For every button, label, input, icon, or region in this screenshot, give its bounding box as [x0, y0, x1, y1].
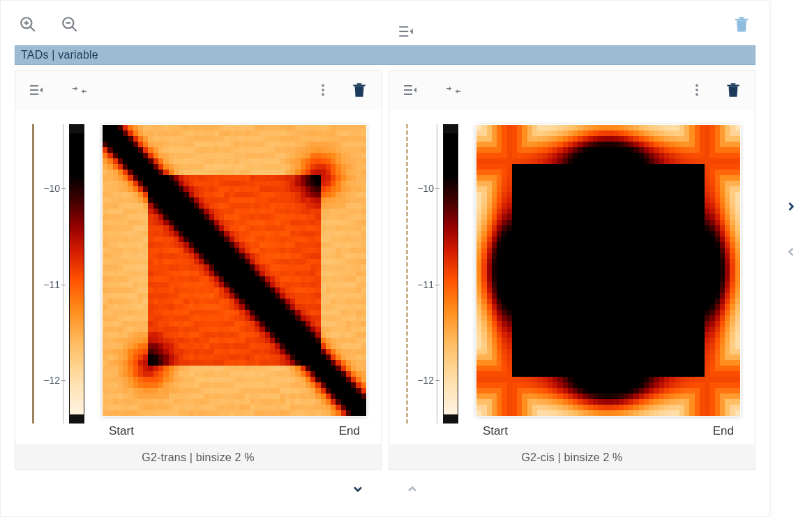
x-label-start: Start	[109, 424, 134, 438]
panel-left-footer-label: G2-trans | binsize 2 %	[142, 451, 255, 464]
panel-left-chart: −10 −11 −12	[15, 110, 381, 444]
panel-left-toolbar	[15, 71, 381, 110]
trash-icon	[732, 15, 751, 36]
chevron-left-icon	[784, 250, 798, 261]
y-tick-label: −10	[417, 183, 434, 194]
chevron-down-icon	[351, 488, 365, 498]
trash-icon	[724, 81, 742, 101]
panel-right-more-button[interactable]	[688, 81, 706, 101]
panel-left-divider	[29, 124, 36, 444]
side-prev-button[interactable]	[780, 241, 802, 265]
scroll-down-button[interactable]	[348, 479, 368, 501]
panel-right-toolbar	[389, 71, 755, 110]
chevron-up-icon	[405, 488, 419, 498]
side-next-button[interactable]	[780, 195, 802, 220]
panel-left-x-axis: Start End	[102, 417, 367, 444]
panel-right-x-axis: Start End	[476, 417, 741, 444]
side-rail	[770, 0, 812, 517]
svg-line-1	[30, 27, 35, 31]
panel-left-y-axis: −10 −11 −12	[36, 124, 64, 444]
x-label-end: End	[713, 424, 734, 438]
trash-icon	[350, 81, 368, 101]
y-tick-label: −10	[43, 183, 60, 194]
y-tick-label: −12	[43, 375, 60, 386]
scroll-up-button[interactable]	[403, 479, 422, 501]
svg-line-5	[72, 27, 77, 31]
panel-right-footer: G2-cis | binsize 2 %	[389, 444, 755, 470]
merge-arrows-icon	[445, 82, 462, 100]
y-tick-label: −11	[43, 279, 60, 290]
panel-left-more-button[interactable]	[314, 81, 332, 101]
panel-left-collapse-list-button[interactable]	[27, 80, 46, 102]
panels-row: −10 −11 −12	[15, 70, 755, 470]
svg-point-24	[696, 89, 698, 91]
panel-left-merge-arrows-button[interactable]	[70, 80, 89, 102]
zoom-in-icon	[19, 15, 37, 36]
panel-right-colorbar	[438, 124, 463, 444]
panel-right-divider	[403, 124, 410, 444]
panel-right-merge-arrows-button[interactable]	[444, 80, 463, 102]
svg-point-15	[322, 84, 324, 87]
collection-title: TADs | variable	[21, 49, 98, 61]
panel-right-footer-label: G2-cis | binsize 2 %	[521, 451, 622, 464]
collection-header[interactable]: TADs | variable	[15, 45, 755, 65]
x-label-end: End	[339, 424, 360, 438]
delete-collection-button[interactable]	[730, 13, 753, 38]
main-container: TADs | variable	[0, 0, 770, 517]
panel-left-colorbar	[64, 124, 89, 444]
panel-left-delete-button[interactable]	[349, 80, 370, 103]
zoom-out-button[interactable]	[59, 14, 80, 37]
chevron-right-icon	[784, 205, 798, 216]
zoom-in-button[interactable]	[17, 14, 38, 37]
y-tick-label: −12	[417, 375, 434, 386]
collapse-list-button[interactable]	[396, 21, 416, 44]
x-label-start: Start	[483, 424, 508, 438]
collapse-list-icon	[397, 22, 415, 43]
panel-left-heatmap[interactable]	[102, 124, 367, 417]
panel-right-collapse-list-button[interactable]	[400, 80, 420, 102]
bottom-nav	[15, 477, 755, 502]
svg-point-17	[322, 93, 324, 96]
panel-right-y-axis: −10 −11 −12	[410, 124, 438, 444]
panel-left-footer: G2-trans | binsize 2 %	[15, 444, 381, 470]
collapse-list-icon	[28, 82, 45, 100]
panel-right-heatmap[interactable]	[476, 124, 741, 417]
top-toolbar	[15, 15, 755, 45]
svg-point-25	[696, 93, 698, 96]
zoom-out-icon	[61, 15, 79, 36]
panel-right: −10 −11 −12	[389, 70, 755, 470]
collapse-list-icon	[402, 82, 419, 100]
svg-point-23	[696, 84, 698, 87]
svg-point-16	[322, 89, 324, 91]
y-tick-label: −11	[417, 279, 434, 290]
panel-right-delete-button[interactable]	[723, 80, 744, 103]
panel-right-chart: −10 −11 −12	[389, 110, 755, 444]
merge-arrows-icon	[71, 82, 88, 100]
panel-left: −10 −11 −12	[15, 70, 382, 470]
more-vertical-icon	[315, 82, 331, 100]
more-vertical-icon	[689, 82, 705, 100]
